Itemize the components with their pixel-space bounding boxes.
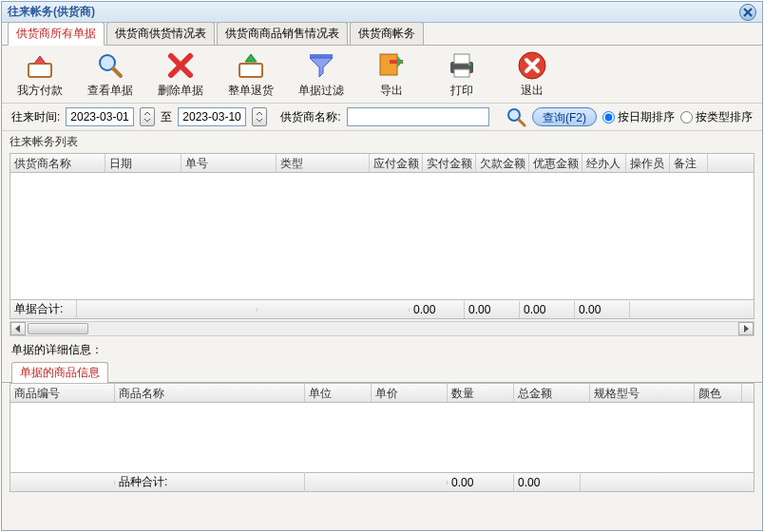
scroll-left-arrow[interactable] — [10, 322, 26, 335]
return-icon — [236, 50, 266, 81]
delete-label: 删除单据 — [158, 83, 203, 99]
print-button[interactable]: 打印 — [439, 50, 485, 99]
date-from-stepper[interactable] — [140, 107, 155, 126]
grid2-sum-row: 品种合计:0.000.00 — [10, 472, 754, 491]
scroll-thumb[interactable] — [28, 323, 88, 334]
svg-rect-0 — [29, 64, 51, 77]
grid1-col-3[interactable]: 类型 — [277, 154, 370, 172]
grid1-col-4[interactable]: 应付金额 — [370, 154, 423, 172]
grid2-col-5[interactable]: 总金额 — [514, 384, 590, 402]
supplier-label: 供货商名称: — [280, 109, 340, 125]
filter-label: 单据过滤 — [298, 83, 344, 99]
filter-icon — [306, 50, 336, 81]
export-button[interactable]: 导出 — [369, 50, 414, 99]
delete-button[interactable]: 删除单据 — [158, 50, 203, 99]
grid1-title: 往来帐务列表 — [2, 131, 762, 153]
date-to-input[interactable] — [178, 107, 246, 126]
print-icon — [447, 50, 477, 81]
tab-product-info[interactable]: 单据的商品信息 — [11, 362, 108, 383]
grid2-col-6[interactable]: 规格型号 — [590, 384, 695, 402]
grid2-sum-0: 0.00 — [448, 474, 514, 491]
close-icon — [743, 8, 753, 17]
svg-rect-3 — [380, 54, 397, 75]
grid1-col-0[interactable]: 供货商名称 — [10, 154, 105, 172]
grid1-sum-row: 单据合计:0.000.000.000.00 — [10, 299, 754, 318]
detail-title: 单据的详细信息： — [2, 338, 762, 362]
tab-all-documents[interactable]: 供货商所有单据 — [8, 22, 105, 46]
magnifier-icon — [95, 50, 125, 81]
grid1-body[interactable] — [10, 173, 754, 299]
grid2-col-2[interactable]: 单位 — [305, 384, 372, 402]
grid1-sum-3: 0.00 — [575, 301, 630, 318]
titlebar: 往来帐务(供货商) — [2, 2, 762, 23]
exit-label: 退出 — [521, 83, 544, 99]
print-label: 打印 — [450, 83, 473, 99]
svg-rect-6 — [454, 69, 469, 77]
grid1-sum-0: 0.00 — [410, 301, 465, 318]
grid1-col-6[interactable]: 欠款金额 — [476, 154, 529, 172]
grid2-body[interactable] — [10, 403, 754, 472]
main-tabstrip: 供货商所有单据 供货商供货情况表 供货商商品销售情况表 供货商帐务 — [2, 23, 762, 46]
detail-grid: 商品编号商品名称单位单价数量总金额规格型号颜色 品种合计:0.000.00 — [10, 383, 754, 492]
supplier-input[interactable] — [347, 107, 489, 126]
svg-rect-5 — [454, 54, 469, 64]
view-label: 查看单据 — [87, 83, 133, 99]
grid1-hscrollbar[interactable] — [10, 321, 754, 336]
grid1-sum-2: 0.00 — [520, 301, 575, 318]
grid2-col-3[interactable]: 单价 — [372, 384, 448, 402]
pay-icon — [25, 50, 55, 81]
to-label: 至 — [161, 109, 172, 125]
tab-sales-status[interactable]: 供货商商品销售情况表 — [217, 22, 348, 45]
date-from-input[interactable] — [66, 107, 134, 126]
search-icon-button[interactable] — [506, 106, 526, 127]
view-button[interactable]: 查看单据 — [87, 50, 133, 99]
detail-tabstrip: 单据的商品信息 — [2, 362, 762, 383]
grid2-header: 商品编号商品名称单位单价数量总金额规格型号颜色 — [10, 384, 754, 403]
grid2-col-4[interactable]: 数量 — [448, 384, 514, 402]
grid1-sum-1: 0.00 — [465, 301, 520, 318]
grid1-col-7[interactable]: 优惠金额 — [529, 154, 583, 172]
return-label: 整单退货 — [228, 83, 274, 99]
grid1-col-10[interactable]: 备注 — [670, 154, 708, 172]
grid1-col-8[interactable]: 经办人 — [583, 154, 626, 172]
tab-supply-status[interactable]: 供货商供货情况表 — [106, 22, 215, 45]
window-title: 往来帐务(供货商) — [8, 4, 95, 20]
window-frame: 往来帐务(供货商) 供货商所有单据 供货商供货情况表 供货商商品销售情况表 供货… — [1, 1, 763, 531]
export-label: 导出 — [380, 83, 403, 99]
accounts-grid: 供货商名称日期单号类型应付金额实付金额欠款金额优惠金额经办人操作员备注 单据合计… — [10, 153, 754, 319]
toolbar: 我方付款 查看单据 删除单据 整单退货 单据过滤 导出 打印 退出 — [2, 46, 762, 103]
svg-rect-2 — [239, 64, 262, 77]
date-label: 往来时间: — [11, 109, 60, 125]
filter-button[interactable]: 单据过滤 — [298, 50, 344, 99]
grid1-header: 供货商名称日期单号类型应付金额实付金额欠款金额优惠金额经办人操作员备注 — [10, 154, 754, 173]
grid1-col-9[interactable]: 操作员 — [626, 154, 670, 172]
scroll-right-arrow[interactable] — [738, 322, 754, 335]
grid2-col-0[interactable]: 商品编号 — [10, 384, 115, 402]
grid1-col-2[interactable]: 单号 — [181, 154, 277, 172]
exit-button[interactable]: 退出 — [509, 50, 555, 99]
exit-icon — [517, 50, 547, 81]
pay-button[interactable]: 我方付款 — [17, 50, 63, 99]
query-button[interactable]: 查询(F2) — [532, 107, 597, 126]
filter-bar: 往来时间: 至 供货商名称: 查询(F2) 按日期排序 按类型排序 — [2, 103, 762, 131]
grid2-sum-label: 品种合计: — [115, 472, 305, 492]
export-icon — [376, 50, 407, 81]
pay-label: 我方付款 — [17, 83, 63, 99]
sort-by-type-radio[interactable]: 按类型排序 — [680, 109, 753, 125]
window-close-button[interactable] — [739, 4, 756, 21]
grid1-col-1[interactable]: 日期 — [105, 154, 181, 172]
grid2-col-7[interactable]: 颜色 — [695, 384, 742, 402]
date-to-stepper[interactable] — [252, 107, 267, 126]
tab-accounts[interactable]: 供货商帐务 — [350, 22, 424, 45]
delete-icon — [165, 50, 196, 81]
grid2-col-1[interactable]: 商品名称 — [115, 384, 305, 402]
return-button[interactable]: 整单退货 — [228, 50, 274, 99]
grid1-col-5[interactable]: 实付金额 — [423, 154, 476, 172]
grid2-sum-1: 0.00 — [514, 474, 581, 491]
svg-point-7 — [468, 63, 471, 66]
sort-by-date-radio[interactable]: 按日期排序 — [602, 109, 675, 125]
grid1-sum-label: 单据合计: — [10, 299, 77, 319]
